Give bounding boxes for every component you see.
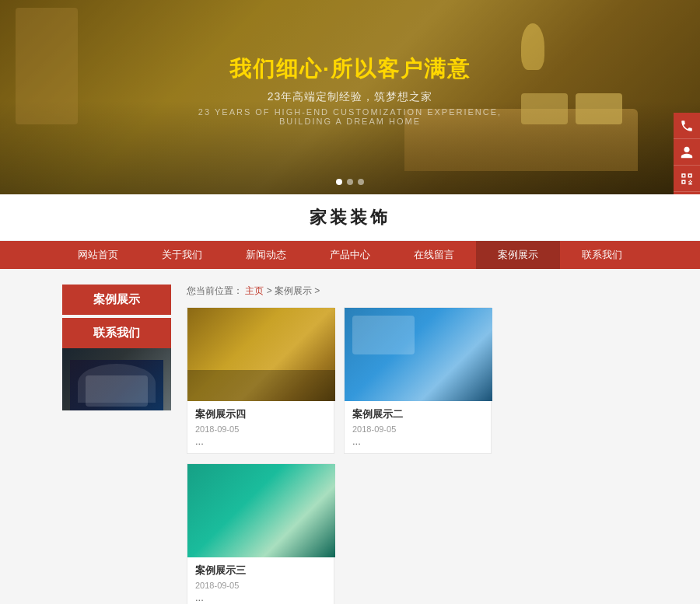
banner-text-block: 我们细心·所以客户满意 23年高端定制经验，筑梦想之家 23 YEARS OF … <box>175 54 525 126</box>
card-img-2 <box>345 308 492 401</box>
qr-icon <box>680 172 694 186</box>
sidebar-cases-button[interactable]: 案例展示 <box>62 285 171 315</box>
float-sidebar: TOP <box>674 113 700 194</box>
phone-icon <box>680 119 694 133</box>
nav-items: 网站首页 关于我们 新闻动态 产品中心 在线留言 案例展示 联系我们 <box>56 241 644 269</box>
card-info-1: 案例展示四 2018-09-05 ... <box>187 401 334 453</box>
nav-bar: 网站首页 关于我们 新闻动态 产品中心 在线留言 案例展示 联系我们 <box>0 241 700 269</box>
nav-item-cases[interactable]: 案例展示 <box>476 241 560 269</box>
card-dots-1: ... <box>195 435 326 447</box>
card-date-2: 2018-09-05 <box>352 424 483 434</box>
banner-title-start: 我们细心·所以 <box>229 57 377 81</box>
sidebar-image-inner <box>62 348 171 410</box>
breadcrumb-separator: > <box>267 285 275 296</box>
sidebar-contact-image <box>62 348 171 410</box>
banner-dot-2[interactable] <box>347 179 353 185</box>
float-phone-button[interactable] <box>674 113 700 139</box>
float-service-button[interactable] <box>674 139 700 166</box>
card-dots-3: ... <box>195 592 326 603</box>
card-title-1: 案例展示四 <box>195 407 326 421</box>
service-icon <box>680 145 694 159</box>
nav-item-news[interactable]: 新闻动态 <box>224 241 308 269</box>
banner-dot-3[interactable] <box>358 179 364 185</box>
card-dots-2: ... <box>352 435 483 447</box>
nav-item-home[interactable]: 网站首页 <box>56 241 140 269</box>
nav-item-contact[interactable]: 联系我们 <box>560 241 644 269</box>
card-date-1: 2018-09-05 <box>195 424 326 434</box>
card-info-2: 案例展示二 2018-09-05 ... <box>345 401 491 453</box>
card-item-3[interactable]: 案例展示三 2018-09-05 ... <box>187 463 334 604</box>
card-img-3 <box>187 464 335 557</box>
banner-title-highlight: 客户满意 <box>377 57 471 81</box>
card-item-1[interactable]: 案例展示四 2018-09-05 ... <box>187 307 334 454</box>
banner-title: 我们细心·所以客户满意 <box>175 54 525 84</box>
card-img-1 <box>187 308 335 401</box>
float-search-button[interactable] <box>674 192 700 194</box>
breadcrumb: 您当前位置： 主页 > 案例展示 > <box>187 285 638 298</box>
banner: 我们细心·所以客户满意 23年高端定制经验，筑梦想之家 23 YEARS OF … <box>0 0 700 194</box>
nav-item-message[interactable]: 在线留言 <box>392 241 476 269</box>
card-title-2: 案例展示二 <box>352 407 483 421</box>
card-title-3: 案例展示三 <box>195 564 326 578</box>
breadcrumb-prefix: 您当前位置： <box>187 285 243 296</box>
nav-item-products[interactable]: 产品中心 <box>308 241 392 269</box>
cards-grid: 案例展示四 2018-09-05 ... 案例展示二 <box>187 307 638 604</box>
breadcrumb-home[interactable]: 主页 <box>245 285 264 296</box>
card-item-2[interactable]: 案例展示二 2018-09-05 ... <box>344 307 492 454</box>
sidebar-contact-button[interactable]: 联系我们 <box>62 318 171 348</box>
card-info-3: 案例展示三 2018-09-05 ... <box>187 557 334 604</box>
card-date-3: 2018-09-05 <box>195 581 326 590</box>
right-content: 您当前位置： 主页 > 案例展示 > 案例展示四 2018-09-05 ... <box>187 285 638 604</box>
logo-bar: 家装装饰 <box>0 194 700 241</box>
banner-subtitle: 23年高端定制经验，筑梦想之家 <box>175 90 525 104</box>
banner-subtitle-en: 23 YEARS OF HIGH-END CUSTOMIZATION EXPER… <box>175 107 525 126</box>
banner-dot-1[interactable] <box>336 179 342 185</box>
banner-dots <box>336 179 364 185</box>
logo-text: 家装装饰 <box>310 206 390 229</box>
float-qr-button[interactable] <box>674 166 700 192</box>
nav-item-about[interactable]: 关于我们 <box>140 241 224 269</box>
breadcrumb-current: 案例展示 > <box>275 285 320 296</box>
main-content: 案例展示 联系我们 您当前位置： 主页 > 案例展示 > <box>0 269 700 604</box>
left-sidebar: 案例展示 联系我们 <box>62 285 171 604</box>
